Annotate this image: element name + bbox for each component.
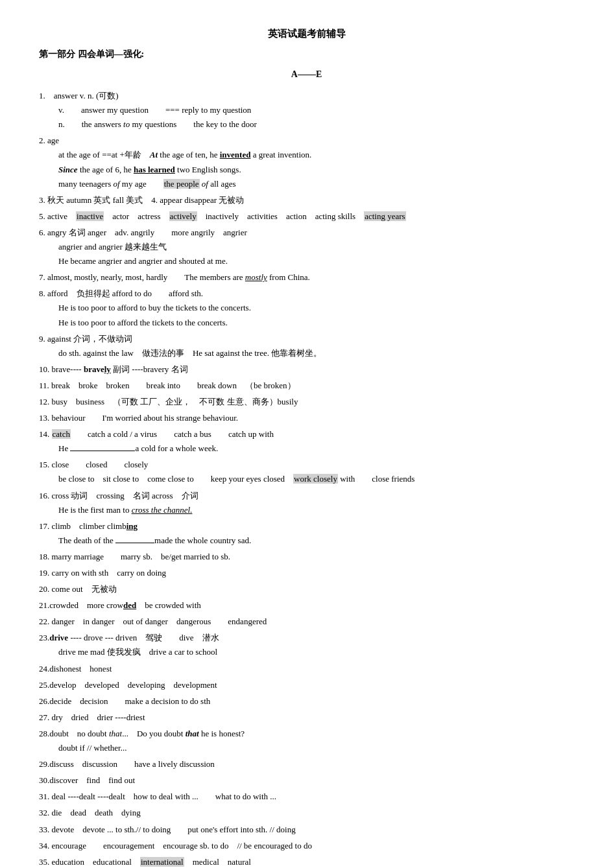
section1-title: 第一部分 四会单词—强化: — [39, 47, 574, 62]
entry-24-label: 24.dishonest honest — [39, 664, 112, 674]
entry-23-line1: drive me mad 使我发疯 drive a car to school — [39, 647, 217, 657]
entry-18-label: 18. marry marriage marry sb. be/get marr… — [39, 552, 230, 561]
entry-14: 14. catch catch a cold / a virus catch a… — [39, 427, 574, 456]
entry-15: 15. close closed closely be close to sit… — [39, 458, 574, 486]
entry-15-label: 15. close closed closely — [39, 460, 148, 469]
entry-30-label: 30.discover find find out — [39, 775, 135, 785]
page-title: 英语试题考前辅导 — [39, 26, 574, 43]
entry-6-label: 6. angry 名词 anger adv. angrily more angr… — [39, 228, 247, 237]
entry-30: 30.discover find find out — [39, 773, 574, 788]
entry-17-line1: The death of the made the whole country … — [39, 535, 251, 545]
entry-8-line2: He is too poor to afford the tickets to … — [39, 318, 228, 327]
entry-2-line1: at the age of ==at +年龄 At the age of ten… — [39, 150, 311, 159]
entry-8: 8. afford 负担得起 afford to do afford sth. … — [39, 287, 574, 329]
entry-7-label: 7. almost, mostly, nearly, most, hardly … — [39, 272, 310, 282]
entry-17: 17. climb climber climbing The death of … — [39, 519, 574, 548]
entry-18: 18. marry marriage marry sb. be/get marr… — [39, 550, 574, 564]
entry-10: 10. brave---- bravely 副词 ----bravery 名词 — [39, 362, 574, 377]
entry-6: 6. angry 名词 anger adv. angrily more angr… — [39, 226, 574, 268]
entry-3: 3. 秋天 autumn 英式 fall 美式 4. appear disapp… — [39, 193, 574, 207]
entry-25: 25.develop developed developing developm… — [39, 678, 574, 692]
entry-35-label: 35. education educational international … — [39, 857, 251, 867]
entry-6-line1: angrier and angrier 越来越生气 — [39, 242, 167, 252]
entry-17-label: 17. climb climber climbing — [39, 521, 138, 531]
entry-5-label: 5. active inactive actor actress activel… — [39, 211, 406, 221]
entry-12-label: 12. busy business （可数 工厂、企业， 不可数 生意、商务）b… — [39, 397, 298, 406]
entry-11-label: 11. break broke broken break into break … — [39, 381, 296, 390]
entry-15-line1: be close to sit close to come close to k… — [39, 474, 415, 484]
entry-2-label: 2. age — [39, 135, 59, 145]
entry-21-label: 21.crowded more crowded be crowded with — [39, 600, 201, 610]
entry-16-label: 16. cross 动词 crossing 名词 across 介词 — [39, 491, 198, 500]
entry-33-label: 33. devote devote ... to sth.// to doing… — [39, 825, 296, 834]
entry-24: 24.dishonest honest — [39, 662, 574, 676]
entry-32: 32. die dead death dying — [39, 806, 574, 820]
entry-28-line1: doubt if // whether... — [39, 743, 126, 753]
entry-1-line2: n. the answers to my questions the key t… — [39, 119, 257, 129]
entry-12: 12. busy business （可数 工厂、企业， 不可数 生意、商务）b… — [39, 395, 574, 409]
entry-9-line1: do sth. against the law 做违法的事 He sat aga… — [39, 348, 322, 358]
entry-22-label: 22. danger in danger out of danger dange… — [39, 616, 267, 626]
entry-9-label: 9. against 介词，不做动词 — [39, 334, 132, 344]
entry-26: 26.decide decision make a decision to do… — [39, 694, 574, 709]
entry-21: 21.crowded more crowded be crowded with — [39, 598, 574, 613]
entry-19: 19. carry on with sth carry on doing — [39, 566, 574, 580]
entry-34: 34. encourage encouragement encourage sb… — [39, 839, 574, 853]
entry-13-label: 13. behaviour I'm worried about his stra… — [39, 413, 238, 423]
entry-32-label: 32. die dead death dying — [39, 808, 141, 817]
entry-2-line2: Since the age of 6, he has learned two E… — [39, 165, 241, 174]
entry-1-label: 1. answer v. n. (可数) — [39, 91, 119, 100]
entry-9: 9. against 介词，不做动词 do sth. against the l… — [39, 332, 574, 360]
entry-35: 35. education educational international … — [39, 855, 574, 868]
entry-13: 13. behaviour I'm worried about his stra… — [39, 411, 574, 425]
entry-14-line1: He a cold for a whole week. — [39, 443, 218, 453]
entry-5: 5. active inactive actor actress activel… — [39, 209, 574, 224]
entry-23-label: 23.drive ---- drove --- driven 驾驶 dive 潜… — [39, 633, 219, 642]
entry-8-line1: He is too poor to afford to buy the tick… — [39, 303, 251, 312]
entry-25-label: 25.develop developed developing developm… — [39, 680, 217, 690]
entry-33: 33. devote devote ... to sth.// to doing… — [39, 823, 574, 837]
entry-16: 16. cross 动词 crossing 名词 across 介词 He is… — [39, 489, 574, 517]
entry-34-label: 34. encourage encouragement encourage sb… — [39, 841, 312, 850]
entry-8-label: 8. afford 负担得起 afford to do afford sth. — [39, 288, 203, 298]
entry-1: 1. answer v. n. (可数) v. answer my questi… — [39, 89, 574, 132]
entry-31: 31. deal ----dealt ----dealt how to deal… — [39, 790, 574, 804]
entry-28: 28.doubt no doubt that... Do you doubt t… — [39, 727, 574, 755]
entry-3-label: 3. 秋天 autumn 英式 fall 美式 4. appear disapp… — [39, 195, 244, 205]
entry-16-line1: He is the first man to cross the channel… — [39, 505, 192, 515]
entry-31-label: 31. deal ----dealt ----dealt how to deal… — [39, 792, 276, 801]
entry-29-label: 29.discuss discussion have a lively disc… — [39, 759, 215, 769]
entry-2: 2. age at the age of ==at +年龄 At the age… — [39, 134, 574, 191]
entry-20-label: 20. come out 无被动 — [39, 584, 117, 594]
entry-26-label: 26.decide decision make a decision to do… — [39, 696, 210, 706]
entry-14-label: 14. catch catch a cold / a virus catch a… — [39, 429, 274, 439]
entry-28-label: 28.doubt no doubt that... Do you doubt t… — [39, 729, 245, 738]
entry-19-label: 19. carry on with sth carry on doing — [39, 568, 166, 578]
entry-11: 11. break broke broken break into break … — [39, 379, 574, 393]
entry-22: 22. danger in danger out of danger dange… — [39, 615, 574, 629]
entry-1-line1: v. answer my question === reply to my qu… — [39, 105, 251, 115]
entry-27: 27. dry dried drier ----driest — [39, 710, 574, 725]
entry-7: 7. almost, mostly, nearly, most, hardly … — [39, 270, 574, 285]
entry-29: 29.discuss discussion have a lively disc… — [39, 757, 574, 771]
entry-6-line2: He became angrier and angrier and shoute… — [39, 256, 228, 266]
entry-10-label: 10. brave---- bravely 副词 ----bravery 名词 — [39, 364, 188, 374]
entry-2-line3: many teenagers of my age the people of a… — [39, 179, 236, 189]
section1-letter: A——E — [39, 67, 574, 82]
entry-23: 23.drive ---- drove --- driven 驾驶 dive 潜… — [39, 631, 574, 659]
entry-20: 20. come out 无被动 — [39, 582, 574, 596]
entry-27-label: 27. dry dried drier ----driest — [39, 712, 145, 722]
